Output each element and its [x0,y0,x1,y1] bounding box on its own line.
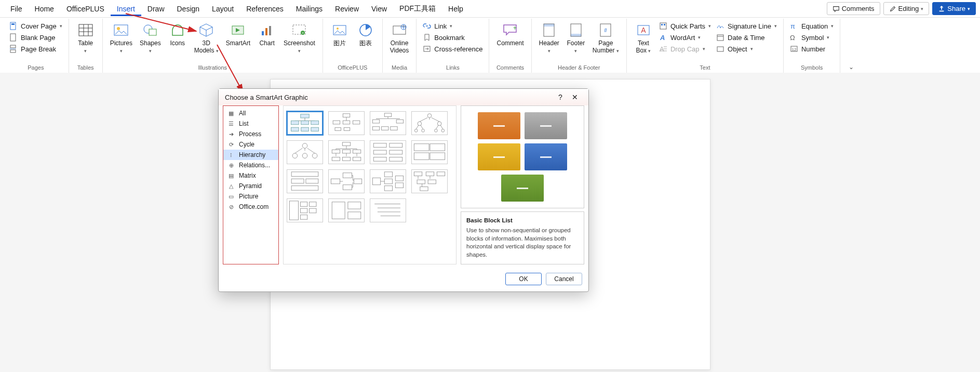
svg-rect-139 [348,212,361,219]
menu-design[interactable]: Design [171,2,206,16]
group-comments: + Comment Comments [489,19,531,73]
svg-rect-123 [395,183,403,188]
menu-pdf[interactable]: PDF工具箱 [393,1,442,17]
svg-point-82 [418,122,422,126]
thumb-3[interactable] [370,111,406,135]
dialog-help-button[interactable]: ? [553,93,568,101]
chart-button[interactable]: Chart [254,21,279,47]
svg-rect-121 [384,186,392,191]
collapse-chevron-icon[interactable]: ⌄ [844,61,858,73]
thumb-10[interactable] [328,169,365,193]
dialog-close-button[interactable]: ✕ [568,93,582,101]
thumb-9[interactable] [287,169,323,193]
screenshot-button[interactable]: + Screenshot▾ [280,21,318,55]
svg-rect-0 [939,10,944,11]
tubiao-button[interactable]: 图表 [353,21,378,47]
thumb-6[interactable] [328,140,365,164]
footer-button[interactable]: Footer▾ [563,21,588,55]
menu-layout[interactable]: Layout [206,2,240,16]
cat-relationship[interactable]: ⊕Relations... [223,160,278,170]
tupian-button[interactable]: 图片 [327,21,352,47]
bookmark-button[interactable]: Bookmark [421,32,485,43]
svg-rect-98 [353,157,360,161]
cat-pyramid[interactable]: △Pyramid [223,181,278,191]
svg-rect-19 [269,26,271,35]
thumb-14[interactable] [328,198,365,222]
comment-button[interactable]: + Comment [493,21,527,47]
menu-home[interactable]: Home [29,2,60,16]
shapes-button[interactable]: Shapes▾ [137,21,164,55]
thumb-4[interactable] [411,111,448,135]
text-box-button[interactable]: A Text Box ▾ [631,21,656,55]
svg-rect-103 [390,150,402,154]
cube-icon [198,22,214,38]
cat-list[interactable]: ☰List [223,118,278,129]
editing-button[interactable]: Editing ▾ [883,2,930,15]
svg-rect-134 [300,208,307,213]
chevron-down-icon: ▾ [831,23,834,29]
cat-office[interactable]: ⊘Office.com [223,202,278,212]
blank-page-button[interactable]: Blank Page [7,32,64,43]
thumb-1[interactable] [287,111,323,135]
cat-all[interactable]: ▦All [223,108,278,118]
thumb-11[interactable] [370,169,406,193]
object-button[interactable]: Object▾ [714,44,779,54]
tubiao-label: 图表 [359,39,372,47]
chevron-down-icon: ▾ [827,35,829,40]
date-time-button[interactable]: Date & Time [714,32,779,43]
cross-reference-button[interactable]: Cross-reference [421,44,485,54]
menu-review[interactable]: Review [329,2,365,16]
icons-button[interactable]: Icons [165,21,190,47]
menu-officeplus[interactable]: OfficePLUS [60,2,111,16]
wordart-button[interactable]: A WordArt▾ [657,32,713,43]
equation-icon: π [790,22,798,30]
group-label-illustrations: Illustrations [198,63,227,73]
thumb-15[interactable] [370,198,406,222]
share-button[interactable]: Share ▾ [932,2,976,15]
menu-draw[interactable]: Draw [141,2,171,16]
link-button[interactable]: Link ▾ [421,21,485,31]
cat-cycle[interactable]: ⟳Cycle [223,139,278,150]
online-videos-button[interactable]: Online Videos [387,21,412,54]
thumb-5[interactable] [287,140,323,164]
drop-cap-icon: A [659,45,667,53]
3d-models-button[interactable]: 3D Models ▾ [191,21,222,55]
page-number-button[interactable]: # Page Number ▾ [589,21,622,55]
cancel-button[interactable]: Cancel [546,273,582,285]
menu-help[interactable]: Help [442,2,469,16]
thumb-13[interactable] [287,198,323,222]
equation-button[interactable]: π Equation▾ [788,21,836,31]
thumb-7[interactable] [370,140,406,164]
comments-button[interactable]: Comments [827,2,880,15]
svg-text:π: π [790,22,795,30]
number-button[interactable]: 12 Number [788,44,836,54]
header-button[interactable]: Header▾ [536,21,562,55]
drop-cap-button[interactable]: A Drop Cap▾ [657,44,713,54]
cat-matrix[interactable]: ▤Matrix [223,170,278,181]
menu-mailings[interactable]: Mailings [290,2,329,16]
menu-view[interactable]: View [365,2,393,16]
cat-process[interactable]: ➔Process [223,129,278,139]
ok-button[interactable]: OK [505,273,542,285]
menu-references[interactable]: References [240,2,290,16]
svg-rect-133 [310,202,316,207]
quick-parts-button[interactable]: Quick Parts▾ [657,21,713,31]
thumb-2[interactable] [328,111,365,135]
page-break-button[interactable]: Page Break [7,44,64,54]
cat-picture[interactable]: ▭Picture [223,191,278,202]
cat-hierarchy[interactable]: ⫶Hierarchy [223,150,278,160]
svg-rect-50 [717,47,723,51]
thumb-12[interactable] [411,169,448,193]
cover-page-button[interactable]: Cover Page ▾ [7,21,64,31]
table-button[interactable]: Table▾ [73,21,98,55]
svg-rect-78 [391,127,397,130]
symbol-button[interactable]: Ω Symbol▾ [788,32,836,43]
pictures-button[interactable]: Pictures▾ [107,21,136,55]
menu-insert[interactable]: Insert [111,2,141,16]
thumb-8[interactable] [411,140,448,164]
menu-file[interactable]: File [4,2,29,16]
chart-icon [259,22,275,38]
svg-rect-61 [301,121,309,124]
smartart-button[interactable]: SmartArt [223,21,253,47]
signature-line-button[interactable]: Signature Line▾ [714,21,779,31]
